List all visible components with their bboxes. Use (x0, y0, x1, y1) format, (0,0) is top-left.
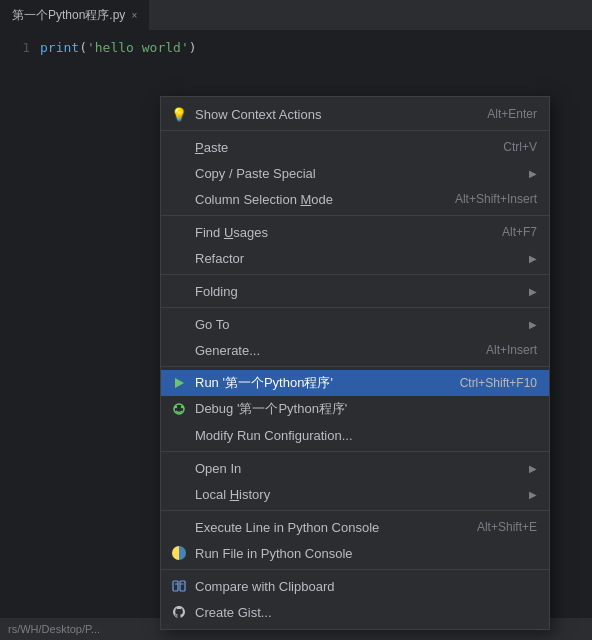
go-to-icon (171, 316, 187, 332)
menu-label-modify-run: Modify Run Configuration... (195, 428, 353, 443)
menu-label-show-context-actions: Show Context Actions (195, 107, 321, 122)
menu-label-paste: Paste (195, 140, 228, 155)
tab-close-button[interactable]: × (131, 10, 137, 21)
menu-label-create-gist: Create Gist... (195, 605, 272, 620)
tab-filename: 第一个Python程序.py (12, 7, 125, 24)
menu-item-find-usages[interactable]: Find Usages Alt+F7 (161, 219, 549, 245)
separator-3 (161, 274, 549, 275)
menu-item-run[interactable]: Run '第一个Python程序' Ctrl+Shift+F10 (161, 370, 549, 396)
separator-6 (161, 451, 549, 452)
separator-5 (161, 366, 549, 367)
menu-item-refactor[interactable]: Refactor ▶ (161, 245, 549, 271)
python-icon (171, 545, 187, 561)
menu-item-paste[interactable]: Paste Ctrl+V (161, 134, 549, 160)
menu-label-go-to: Go To (195, 317, 229, 332)
separator-7 (161, 510, 549, 511)
menu-item-create-gist[interactable]: Create Gist... (161, 599, 549, 625)
menu-shortcut-column-selection: Alt+Shift+Insert (455, 192, 537, 206)
submenu-arrow-local-history: ▶ (529, 489, 537, 500)
run-icon (171, 375, 187, 391)
menu-item-copy-paste-special[interactable]: Copy / Paste Special ▶ (161, 160, 549, 186)
menu-label-folding: Folding (195, 284, 238, 299)
menu-label-compare-clipboard: Compare with Clipboard (195, 579, 334, 594)
menu-label-generate: Generate... (195, 343, 260, 358)
menu-label-copy-paste-special: Copy / Paste Special (195, 166, 316, 181)
svg-point-3 (181, 406, 183, 408)
menu-shortcut-paste: Ctrl+V (503, 140, 537, 154)
separator-4 (161, 307, 549, 308)
submenu-arrow-go-to: ▶ (529, 319, 537, 330)
local-history-icon (171, 486, 187, 502)
menu-label-refactor: Refactor (195, 251, 244, 266)
compare-icon (171, 578, 187, 594)
menu-label-execute-line: Execute Line in Python Console (195, 520, 379, 535)
menu-shortcut-show-context-actions: Alt+Enter (487, 107, 537, 121)
svg-rect-4 (173, 581, 178, 591)
menu-item-generate[interactable]: Generate... Alt+Insert (161, 337, 549, 363)
status-path: rs/WH/Desktop/P... (8, 623, 100, 635)
find-usages-icon (171, 224, 187, 240)
execute-line-icon (171, 519, 187, 535)
open-in-icon (171, 460, 187, 476)
svg-marker-0 (175, 378, 184, 388)
separator-2 (161, 215, 549, 216)
menu-item-folding[interactable]: Folding ▶ (161, 278, 549, 304)
active-tab[interactable]: 第一个Python程序.py × (0, 0, 149, 30)
modify-run-icon (171, 427, 187, 443)
debug-icon (171, 401, 187, 417)
menu-label-open-in: Open In (195, 461, 241, 476)
code-line-1: print('hello world') (40, 38, 592, 59)
menu-label-column-selection: Column Selection Mode (195, 192, 333, 207)
bulb-icon: 💡 (171, 106, 187, 122)
menu-label-debug: Debug '第一个Python程序' (195, 400, 347, 418)
paste-icon (171, 139, 187, 155)
menu-item-open-in[interactable]: Open In ▶ (161, 455, 549, 481)
menu-item-show-context-actions[interactable]: 💡 Show Context Actions Alt+Enter (161, 101, 549, 127)
menu-shortcut-generate: Alt+Insert (486, 343, 537, 357)
menu-shortcut-run: Ctrl+Shift+F10 (460, 376, 537, 390)
submenu-arrow-open-in: ▶ (529, 463, 537, 474)
copy-paste-special-icon (171, 165, 187, 181)
separator-1 (161, 130, 549, 131)
menu-item-execute-line[interactable]: Execute Line in Python Console Alt+Shift… (161, 514, 549, 540)
svg-rect-5 (180, 581, 185, 591)
column-selection-icon (171, 191, 187, 207)
submenu-arrow-folding: ▶ (529, 286, 537, 297)
menu-shortcut-execute-line: Alt+Shift+E (477, 520, 537, 534)
tab-bar: 第一个Python程序.py × (0, 0, 592, 30)
menu-item-compare-clipboard[interactable]: Compare with Clipboard (161, 573, 549, 599)
menu-shortcut-find-usages: Alt+F7 (502, 225, 537, 239)
folding-icon (171, 283, 187, 299)
separator-8 (161, 569, 549, 570)
github-icon (171, 604, 187, 620)
submenu-arrow-refactor: ▶ (529, 253, 537, 264)
menu-item-modify-run[interactable]: Modify Run Configuration... (161, 422, 549, 448)
menu-item-run-file-console[interactable]: Run File in Python Console (161, 540, 549, 566)
menu-item-local-history[interactable]: Local History ▶ (161, 481, 549, 507)
menu-label-run: Run '第一个Python程序' (195, 374, 333, 392)
menu-item-debug[interactable]: Debug '第一个Python程序' (161, 396, 549, 422)
generate-icon (171, 342, 187, 358)
refactor-icon (171, 250, 187, 266)
menu-item-go-to[interactable]: Go To ▶ (161, 311, 549, 337)
menu-label-run-file-console: Run File in Python Console (195, 546, 353, 561)
menu-item-column-selection[interactable]: Column Selection Mode Alt+Shift+Insert (161, 186, 549, 212)
menu-label-find-usages: Find Usages (195, 225, 268, 240)
submenu-arrow-copy-paste: ▶ (529, 168, 537, 179)
svg-point-2 (175, 406, 177, 408)
menu-label-local-history: Local History (195, 487, 270, 502)
context-menu: 💡 Show Context Actions Alt+Enter Paste C… (160, 96, 550, 630)
